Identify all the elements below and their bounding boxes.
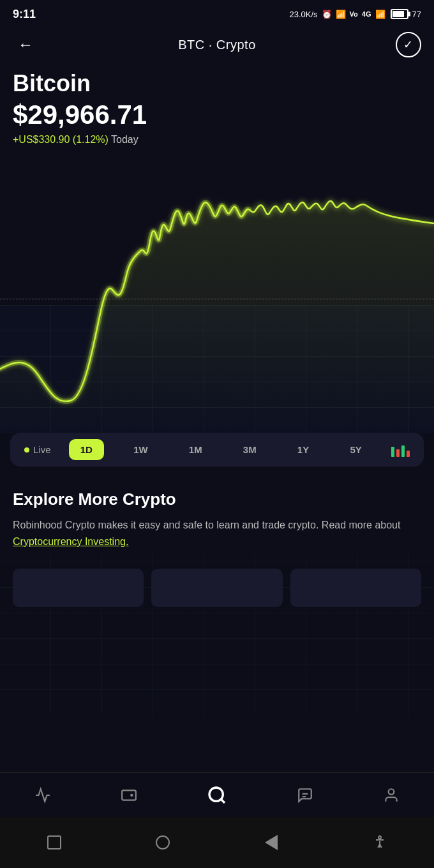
svg-point-6 xyxy=(378,836,381,839)
clock-icon: ⏰ xyxy=(322,10,332,19)
back-arrow-icon: ← xyxy=(18,36,33,54)
coin-name: Bitcoin xyxy=(13,70,421,97)
explore-title: Explore More Crypto xyxy=(13,490,421,509)
header: ← BTC · Crypto ✓ xyxy=(0,26,434,64)
chart-container xyxy=(0,152,434,433)
live-indicator[interactable]: Live xyxy=(24,444,51,455)
time-button-1y[interactable]: 1Y xyxy=(286,439,320,460)
status-right: 23.0K/s ⏰ 📶 Vo 4G 📶 77 xyxy=(290,9,422,19)
battery-percent: 77 xyxy=(412,10,421,19)
volte-icon: Vo xyxy=(350,10,358,18)
circle-icon xyxy=(156,835,170,849)
nav-account[interactable] xyxy=(383,787,400,804)
svg-rect-0 xyxy=(122,790,136,800)
svg-line-2 xyxy=(221,799,225,803)
price-area: Bitcoin $29,966.71 +US$330.90 (1.12%) To… xyxy=(0,64,434,146)
accessibility-icon xyxy=(372,835,387,850)
time-button-1m[interactable]: 1M xyxy=(177,439,214,460)
price-change: +US$330.90 (1.12%) Today xyxy=(13,134,421,146)
card-stub-2[interactable] xyxy=(151,569,282,607)
candlestick-button[interactable] xyxy=(391,443,410,457)
signal-icon: 📶 xyxy=(336,10,346,19)
time-button-5y[interactable]: 5Y xyxy=(338,439,373,460)
explore-section: Explore More Crypto Robinhood Crypto mak… xyxy=(0,477,434,556)
square-icon xyxy=(47,835,61,849)
coin-price: $29,966.71 xyxy=(13,100,421,130)
card-stub-3[interactable] xyxy=(290,569,421,607)
svg-point-1 xyxy=(209,788,223,801)
explore-text-content: Robinhood Crypto makes it easy and safe … xyxy=(13,520,400,530)
change-period: Today xyxy=(111,134,138,145)
battery-icon xyxy=(391,9,408,19)
live-dot-icon xyxy=(24,447,29,453)
time-button-3m[interactable]: 3M xyxy=(232,439,268,460)
bottom-nav xyxy=(0,772,434,817)
status-time: 9:11 xyxy=(13,8,36,21)
back-button[interactable]: ← xyxy=(13,32,38,57)
time-range-selector: Live 1D 1W 1M 3M 1Y 5Y xyxy=(10,433,424,467)
cards-row xyxy=(0,569,434,607)
live-label: Live xyxy=(33,444,51,455)
check-icon: ✓ xyxy=(403,38,413,52)
nav-messages[interactable] xyxy=(297,787,313,804)
price-chart xyxy=(0,152,434,433)
android-home-button[interactable] xyxy=(154,834,172,851)
nav-search[interactable] xyxy=(207,785,227,805)
4g-icon: 4G xyxy=(362,10,371,18)
header-title: BTC · Crypto xyxy=(178,38,256,52)
nav-portfolio[interactable] xyxy=(34,787,51,804)
crypto-investing-link[interactable]: Cryptocurrency Investing. xyxy=(13,536,128,547)
network-speed: 23.0K/s xyxy=(290,10,318,19)
change-value: +US$330.90 (1.12%) xyxy=(13,134,108,145)
triangle-icon xyxy=(265,835,278,850)
android-accessibility-button[interactable] xyxy=(371,834,389,851)
explore-description: Robinhood Crypto makes it easy and safe … xyxy=(13,517,421,550)
check-button[interactable]: ✓ xyxy=(396,32,421,57)
status-bar: 9:11 23.0K/s ⏰ 📶 Vo 4G 📶 77 xyxy=(0,0,434,26)
time-button-1w[interactable]: 1W xyxy=(122,439,160,460)
svg-point-5 xyxy=(388,789,394,795)
android-recents-button[interactable] xyxy=(45,834,63,851)
android-back-button[interactable] xyxy=(262,834,280,851)
android-nav xyxy=(0,817,434,868)
card-stub-1[interactable] xyxy=(13,569,144,607)
nav-wallet[interactable] xyxy=(121,787,137,804)
signal-icon2: 📶 xyxy=(375,10,385,19)
time-button-1d[interactable]: 1D xyxy=(69,439,104,460)
